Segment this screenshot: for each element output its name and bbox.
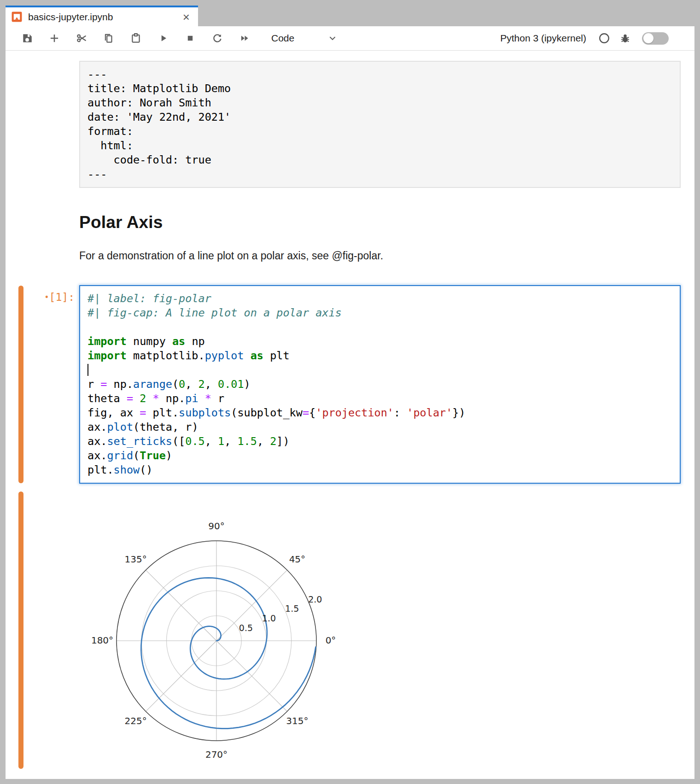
- code-cell-rail: •[1]:: [6, 285, 79, 484]
- code-cell-row: •[1]: #| label: fig-polar#| fig-cap: A l…: [6, 285, 681, 484]
- raw-cell-editor[interactable]: ---title: Matplotlib Demoauthor: Norah S…: [79, 61, 681, 188]
- toggle-knob: [643, 33, 653, 43]
- svg-text:315°: 315°: [286, 715, 308, 726]
- notebook-toolbar: Code Python 3 (ipykernel): [6, 26, 694, 51]
- svg-text:45°: 45°: [289, 554, 305, 565]
- tab-notebook[interactable]: basics-jupyter.ipynb ×: [6, 6, 198, 26]
- polar-plot-figure: 0°45°90°135°180°225°270°315°0.51.01.52.0: [90, 491, 367, 767]
- markdown-heading-row: Polar Axis: [6, 188, 681, 232]
- chevron-down-icon: [327, 33, 338, 43]
- svg-text:135°: 135°: [125, 554, 147, 565]
- execution-prompt: •[1]:: [44, 291, 75, 303]
- tab-bar: basics-jupyter.ipynb ×: [6, 6, 694, 26]
- code-editor[interactable]: #| label: fig-polar#| fig-cap: A line pl…: [79, 285, 681, 484]
- page-title: Polar Axis: [79, 213, 163, 232]
- notebook-content: ---title: Matplotlib Demoauthor: Norah S…: [6, 51, 694, 779]
- cell-type-label: Code: [271, 33, 294, 44]
- svg-text:0°: 0°: [326, 635, 336, 646]
- markdown-paragraph-row: For a demonstration of a line plot on a …: [6, 232, 681, 262]
- debugger-bug-icon[interactable]: [619, 33, 631, 44]
- svg-text:90°: 90°: [208, 521, 224, 532]
- simple-mode-toggle[interactable]: [642, 32, 669, 45]
- tab-title: basics-jupyter.ipynb: [28, 12, 181, 23]
- save-button[interactable]: [21, 32, 33, 44]
- svg-text:270°: 270°: [205, 749, 228, 760]
- restart-kernel-button[interactable]: [211, 32, 223, 44]
- tab-close-icon[interactable]: ×: [181, 11, 192, 23]
- run-button[interactable]: [157, 32, 169, 44]
- app-window: basics-jupyter.ipynb ×: [6, 6, 694, 779]
- cell-type-dropdown[interactable]: Code: [271, 33, 338, 44]
- output-row: 0°45°90°135°180°225°270°315°0.51.01.52.0: [6, 491, 681, 769]
- kernel-name[interactable]: Python 3 (ipykernel): [500, 33, 586, 44]
- output-area: 0°45°90°135°180°225°270°315°0.51.01.52.0: [79, 491, 367, 769]
- kernel-status-icon[interactable]: [598, 32, 610, 44]
- svg-text:1.5: 1.5: [285, 603, 299, 614]
- stop-button[interactable]: [184, 32, 196, 44]
- output-rail: [6, 491, 79, 769]
- svg-text:2.0: 2.0: [308, 594, 322, 604]
- svg-text:225°: 225°: [125, 715, 147, 726]
- modified-dot: •: [44, 293, 49, 302]
- svg-text:0.5: 0.5: [239, 623, 253, 633]
- notebook-file-icon: [11, 11, 23, 23]
- raw-cell-row: ---title: Matplotlib Demoauthor: Norah S…: [6, 61, 681, 188]
- cut-button[interactable]: [76, 32, 88, 44]
- svg-text:180°: 180°: [91, 635, 113, 646]
- copy-button[interactable]: [103, 32, 115, 44]
- restart-run-all-button[interactable]: [239, 32, 251, 44]
- markdown-paragraph: For a demonstration of a line plot on a …: [79, 250, 383, 262]
- insert-cell-button[interactable]: [48, 32, 60, 44]
- output-collapser[interactable]: [18, 491, 23, 769]
- input-collapser[interactable]: [18, 286, 23, 483]
- svg-text:1.0: 1.0: [262, 613, 276, 623]
- raw-cell-rail: [6, 61, 79, 188]
- paste-button[interactable]: [130, 32, 142, 44]
